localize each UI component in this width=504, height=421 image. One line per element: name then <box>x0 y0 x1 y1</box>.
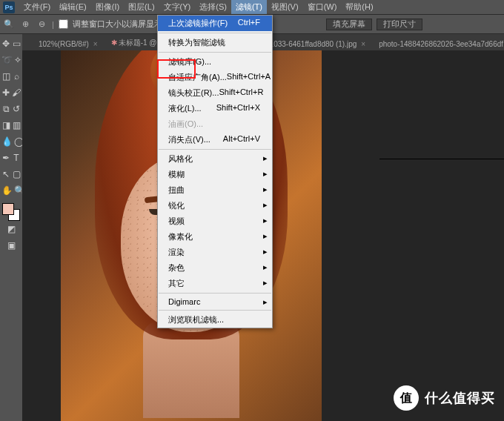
chevron-right-icon: ▸ <box>263 278 268 288</box>
eraser-tool-icon[interactable]: ◨ <box>1 118 10 133</box>
menu-window[interactable]: 窗口(W) <box>303 0 342 14</box>
screenmode-icon[interactable]: ▣ <box>4 238 19 253</box>
menu-type[interactable]: 文字(Y) <box>159 0 196 14</box>
heal-tool-icon[interactable]: ✚ <box>1 85 10 100</box>
crop-tool-icon[interactable]: ◫ <box>1 69 10 84</box>
chevron-right-icon: ▸ <box>263 231 268 241</box>
zoom-tool-icon[interactable]: 🔍 <box>3 19 15 30</box>
fill-screen-button[interactable]: 填充屏幕 <box>326 19 372 30</box>
stamp-tool-icon[interactable]: ⧉ <box>1 102 10 116</box>
chevron-right-icon: ▸ <box>263 200 268 210</box>
marquee-tool-icon[interactable]: ▭ <box>12 36 21 51</box>
menu-other[interactable]: 其它▸ <box>158 276 272 291</box>
menu-view[interactable]: 视图(V) <box>267 0 303 14</box>
chevron-right-icon: ▸ <box>263 216 268 225</box>
menu-file[interactable]: 文件(F) <box>19 0 55 14</box>
chevron-right-icon: ▸ <box>263 297 268 307</box>
brush-tool-icon[interactable]: 🖌 <box>12 85 21 100</box>
menu-distort[interactable]: 扭曲▸ <box>158 182 272 198</box>
menu-digimarc[interactable]: Digimarc▸ <box>158 295 272 308</box>
chevron-right-icon: ▸ <box>263 169 268 179</box>
history-brush-icon[interactable]: ↺ <box>12 102 21 116</box>
menu-layer[interactable]: 图层(L) <box>124 0 159 14</box>
tab-doc-0[interactable]: 102%(RGB/8#)× <box>33 38 104 50</box>
zoom-out-icon[interactable]: ⊖ <box>36 19 47 30</box>
toolbox: ✥▭ ➰✧ ◫⌕ ✚🖌 ⧉↺ ◨▥ 💧◯ ✒T ↖▢ ✋🔍 ◩ ▣ <box>0 34 22 255</box>
menu-image[interactable]: 图像(I) <box>91 0 124 14</box>
hand-tool-icon[interactable]: ✋ <box>1 183 13 198</box>
chevron-right-icon: ▸ <box>263 262 268 272</box>
panel-separator <box>379 159 504 159</box>
resize-window-label: 调整窗口大小以满屏显示 <box>73 19 162 30</box>
menu-noise[interactable]: 杂色▸ <box>158 260 272 276</box>
quickmask-icon[interactable]: ◩ <box>4 222 19 236</box>
blur-tool-icon[interactable]: 💧 <box>1 134 13 149</box>
lasso-tool-icon[interactable]: ➰ <box>1 53 13 67</box>
tab-doc-3[interactable]: photo-1488426862026-3ee34a7d66df.jpg× <box>373 38 504 50</box>
menu-pixelate[interactable]: 像素化▸ <box>158 229 272 245</box>
menu-render[interactable]: 渲染▸ <box>158 245 272 260</box>
menu-last-filter[interactable]: 上次滤镜操作(F)Ctrl+F <box>158 16 272 31</box>
print-size-button[interactable]: 打印尺寸 <box>377 19 422 30</box>
path-tool-icon[interactable]: ↖ <box>1 167 10 182</box>
menu-liquify[interactable]: 液化(L)...Shift+Ctrl+X <box>158 101 272 116</box>
app-logo: Ps <box>3 1 15 13</box>
menu-stylize[interactable]: 风格化▸ <box>158 151 272 167</box>
menu-select[interactable]: 选择(S) <box>195 0 231 14</box>
menu-vanishing-point[interactable]: 消失点(V)...Alt+Ctrl+V <box>158 132 272 147</box>
menu-help[interactable]: 帮助(H) <box>341 0 377 14</box>
menu-video[interactable]: 视频▸ <box>158 213 272 229</box>
move-tool-icon[interactable]: ✥ <box>1 36 10 51</box>
gradient-tool-icon[interactable]: ▥ <box>12 118 21 133</box>
type-tool-icon[interactable]: T <box>12 150 21 165</box>
watermark: 值 什么值得买 <box>394 385 495 411</box>
menubar: Ps 文件(F) 编辑(E) 图像(I) 图层(L) 文字(Y) 选择(S) 滤… <box>0 0 504 15</box>
close-icon[interactable]: × <box>361 40 365 48</box>
wand-tool-icon[interactable]: ✧ <box>14 53 21 67</box>
watermark-icon: 值 <box>394 385 419 411</box>
chevron-right-icon: ▸ <box>263 185 268 194</box>
menu-edit[interactable]: 编辑(E) <box>55 0 91 14</box>
watermark-text: 什么值得买 <box>425 389 495 407</box>
annotation-highlight <box>157 59 196 79</box>
menu-convert-smart[interactable]: 转换为智能滤镜 <box>158 35 272 50</box>
zoom-in-icon[interactable]: ⊕ <box>19 19 31 30</box>
shape-tool-icon[interactable]: ▢ <box>12 167 21 182</box>
menu-sharpen[interactable]: 锐化▸ <box>158 198 272 213</box>
menu-lens-correction[interactable]: 镜头校正(R)...Shift+Ctrl+R <box>158 85 272 101</box>
menu-browse-online[interactable]: 浏览联机滤镜... <box>158 312 272 328</box>
close-icon[interactable]: × <box>93 40 98 48</box>
resize-window-checkbox[interactable] <box>59 19 68 29</box>
chevron-right-icon: ▸ <box>263 153 268 163</box>
chevron-right-icon: ▸ <box>263 247 268 256</box>
eyedropper-tool-icon[interactable]: ⌕ <box>12 69 21 84</box>
menu-oil-paint[interactable]: 油画(O)... <box>158 116 272 132</box>
menu-blur[interactable]: 模糊▸ <box>158 167 272 182</box>
pen-tool-icon[interactable]: ✒ <box>1 150 10 165</box>
color-swatch[interactable] <box>2 203 20 221</box>
menu-filter[interactable]: 滤镜(T) <box>231 0 267 14</box>
